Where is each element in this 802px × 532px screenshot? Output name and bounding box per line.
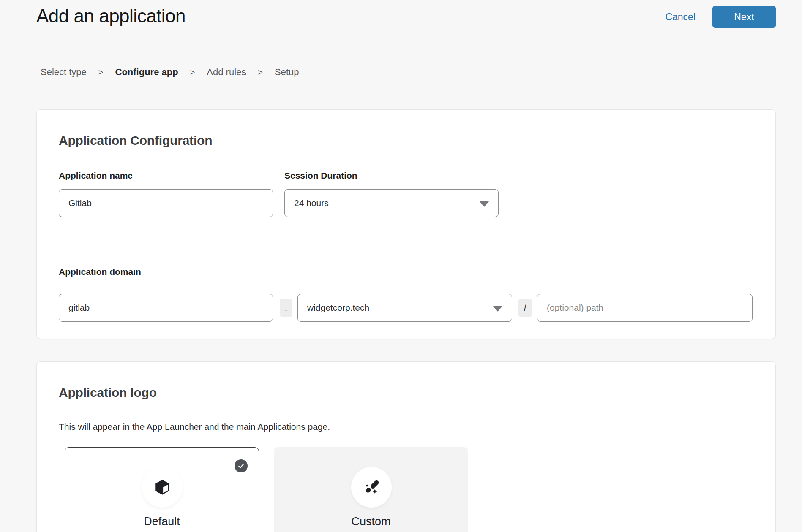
cancel-button[interactable]: Cancel bbox=[665, 11, 696, 23]
breadcrumb: Select type > Configure app > Add rules … bbox=[41, 67, 299, 78]
logo-description: This will appear in the App Launcher and… bbox=[59, 422, 330, 432]
page-title: Add an application bbox=[36, 4, 185, 28]
application-domain-label: Application domain bbox=[59, 267, 141, 277]
path-input[interactable] bbox=[537, 294, 753, 322]
session-duration-select[interactable]: 24 hours bbox=[284, 189, 499, 217]
chevron-down-icon bbox=[493, 306, 502, 312]
check-icon bbox=[235, 459, 248, 472]
session-duration-label: Session Duration bbox=[284, 171, 357, 181]
subdomain-input[interactable] bbox=[59, 294, 273, 322]
logo-option-label: Custom bbox=[274, 515, 468, 528]
step-setup[interactable]: Setup bbox=[275, 67, 299, 78]
section-heading: Application logo bbox=[59, 385, 157, 400]
dot-separator: . bbox=[280, 299, 292, 317]
logo-preview-circle bbox=[142, 467, 183, 508]
add-application-page: Add an application Cancel Next Select ty… bbox=[0, 0, 802, 532]
logo-options: Default Custom bbox=[65, 447, 468, 532]
breadcrumb-separator: > bbox=[258, 68, 263, 77]
logo-option-default[interactable]: Default bbox=[65, 447, 259, 532]
slash-separator: / bbox=[518, 299, 532, 317]
application-configuration-card: Application Configuration Application na… bbox=[36, 109, 776, 339]
breadcrumb-separator: > bbox=[98, 68, 104, 77]
cube-icon bbox=[153, 478, 171, 496]
application-name-input[interactable] bbox=[59, 189, 273, 217]
section-heading: Application Configuration bbox=[59, 133, 212, 148]
logo-preview-circle bbox=[351, 467, 392, 508]
step-select-type[interactable]: Select type bbox=[41, 67, 87, 78]
chevron-down-icon bbox=[480, 201, 489, 207]
logo-option-label: Default bbox=[65, 515, 259, 528]
step-add-rules[interactable]: Add rules bbox=[207, 67, 246, 78]
step-configure-app[interactable]: Configure app bbox=[115, 67, 178, 78]
domain-value: widgetcorp.tech bbox=[307, 303, 369, 313]
session-duration-value: 24 hours bbox=[294, 198, 329, 208]
header-actions: Cancel Next bbox=[665, 6, 776, 28]
logo-option-custom[interactable]: Custom bbox=[274, 447, 468, 532]
domain-select[interactable]: widgetcorp.tech bbox=[297, 294, 512, 322]
paintbrush-icon bbox=[362, 478, 381, 497]
breadcrumb-separator: > bbox=[190, 68, 195, 77]
application-name-label: Application name bbox=[59, 171, 133, 181]
next-button[interactable]: Next bbox=[712, 6, 776, 28]
application-logo-card: Application logo This will appear in the… bbox=[36, 361, 776, 532]
